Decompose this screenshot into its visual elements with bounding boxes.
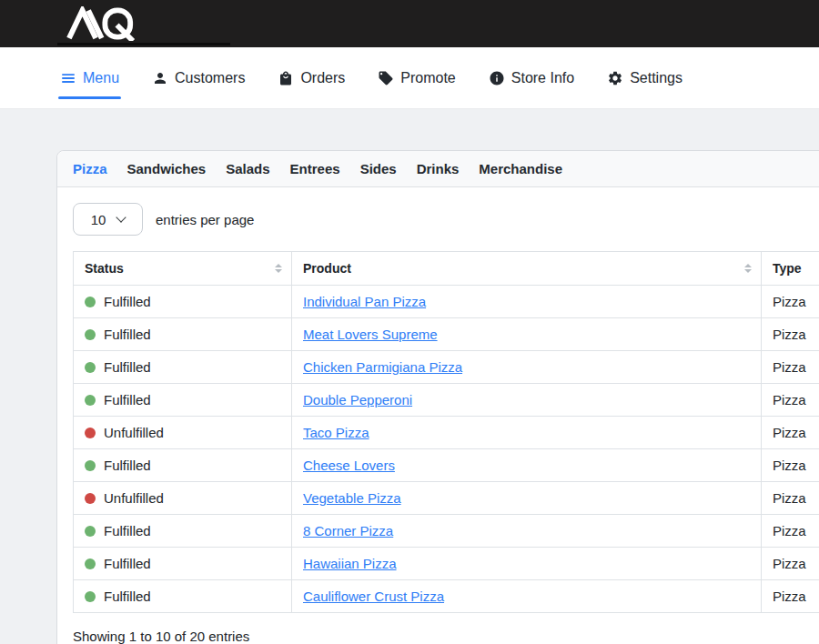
nav-item-store-info[interactable]: Store Info xyxy=(489,70,574,86)
status-label: Fulfilled xyxy=(104,359,151,375)
table-row: FulfilledCheese LoversPizza xyxy=(74,449,819,482)
status-label: Unfulfilled xyxy=(104,425,164,440)
product-cell: Hawaiian Pizza xyxy=(292,548,762,580)
type-cell: Pizza xyxy=(762,580,819,613)
logo-underline xyxy=(57,43,230,45)
nav-item-settings[interactable]: Settings xyxy=(607,70,682,86)
product-link[interactable]: Chicken Parmigiana Pizza xyxy=(303,359,462,375)
status-dot-icon xyxy=(85,493,96,504)
entries-select[interactable]: 10 xyxy=(73,203,143,236)
status-label: Fulfilled xyxy=(104,556,151,571)
nav-item-label: Promote xyxy=(400,70,455,86)
column-header-product[interactable]: Product xyxy=(292,252,762,286)
type-cell: Pizza xyxy=(762,351,819,384)
main-navbar: MenuCustomersOrdersPromoteStore InfoSett… xyxy=(0,47,819,109)
table-row: UnfulfilledTaco PizzaPizza xyxy=(74,417,819,449)
status-cell: Unfulfilled xyxy=(74,417,292,449)
status-cell: Fulfilled xyxy=(74,548,292,580)
aiq-logo-icon xyxy=(58,6,144,41)
product-cell: Individual Pan Pizza xyxy=(292,286,762,318)
active-nav-underline xyxy=(58,96,121,99)
tab-merchandise[interactable]: Merchandise xyxy=(479,161,562,176)
product-cell: Taco Pizza xyxy=(292,417,762,449)
nav-item-customers[interactable]: Customers xyxy=(152,70,245,86)
status-label: Fulfilled xyxy=(104,294,151,309)
person-icon xyxy=(152,70,168,86)
type-cell: Pizza xyxy=(762,482,819,515)
product-link[interactable]: Meat Lovers Supreme xyxy=(303,327,438,342)
brand-logo[interactable] xyxy=(58,6,144,41)
type-cell: Pizza xyxy=(762,449,819,482)
status-dot-icon xyxy=(85,362,96,373)
nav-item-label: Settings xyxy=(630,70,682,86)
status-cell: Fulfilled xyxy=(74,286,292,318)
info-icon xyxy=(489,70,505,86)
status-cell: Fulfilled xyxy=(74,351,292,384)
sort-arrows-icon[interactable] xyxy=(275,264,282,273)
entries-select-value: 10 xyxy=(91,212,106,227)
product-link[interactable]: Cheese Lovers xyxy=(303,458,395,473)
tab-sides[interactable]: Sides xyxy=(360,161,397,176)
type-cell: Pizza xyxy=(762,548,819,580)
tab-sandwiches[interactable]: Sandwiches xyxy=(127,161,207,176)
menu-card: PizzaSandwichesSaladsEntreesSidesDrinksM… xyxy=(56,150,819,644)
status-dot-icon xyxy=(85,297,96,307)
status-cell: Fulfilled xyxy=(74,580,292,613)
status-cell: Fulfilled xyxy=(74,515,292,548)
card-body: 10 entries per page StatusProductType Fu… xyxy=(57,187,819,644)
gear-icon xyxy=(607,70,623,86)
column-header-type[interactable]: Type xyxy=(762,252,819,286)
product-cell: Cauliflower Crust Pizza xyxy=(292,580,762,613)
column-label: Status xyxy=(85,261,124,276)
nav-item-label: Orders xyxy=(300,70,345,86)
status-label: Unfulfilled xyxy=(104,490,164,506)
product-cell: Meat Lovers Supreme xyxy=(292,318,762,351)
table-header-row: StatusProductType xyxy=(74,252,819,286)
table-row: FulfilledIndividual Pan PizzaPizza xyxy=(74,286,819,318)
bag-icon xyxy=(278,70,294,86)
product-cell: 8 Corner Pizza xyxy=(292,515,762,548)
nav-item-label: Store Info xyxy=(511,70,574,86)
type-cell: Pizza xyxy=(762,318,819,351)
table-info: Showing 1 to 10 of 20 entries xyxy=(73,629,819,644)
status-cell: Fulfilled xyxy=(74,449,292,482)
type-cell: Pizza xyxy=(762,417,819,449)
sort-arrows-icon[interactable] xyxy=(744,264,752,273)
status-cell: Fulfilled xyxy=(74,318,292,351)
column-label: Type xyxy=(773,261,802,276)
status-label: Fulfilled xyxy=(104,458,151,473)
category-tabs: PizzaSandwichesSaladsEntreesSidesDrinksM… xyxy=(57,151,819,187)
table-controls: 10 entries per page xyxy=(73,203,819,236)
type-cell: Pizza xyxy=(762,384,819,417)
column-header-status[interactable]: Status xyxy=(74,252,292,286)
product-link[interactable]: 8 Corner Pizza xyxy=(303,523,393,538)
table-row: FulfilledMeat Lovers SupremePizza xyxy=(74,318,819,351)
status-label: Fulfilled xyxy=(104,523,151,538)
product-link[interactable]: Cauliflower Crust Pizza xyxy=(303,589,444,604)
tab-pizza[interactable]: Pizza xyxy=(73,161,107,176)
hamburger-icon xyxy=(60,70,76,86)
product-link[interactable]: Taco Pizza xyxy=(303,425,369,440)
products-table: StatusProductType FulfilledIndividual Pa… xyxy=(73,251,819,613)
product-link[interactable]: Hawaiian Pizza xyxy=(303,556,397,571)
tag-icon xyxy=(378,70,394,86)
nav-item-orders[interactable]: Orders xyxy=(278,70,345,86)
nav-item-label: Customers xyxy=(175,70,245,86)
product-cell: Cheese Lovers xyxy=(292,449,762,482)
tab-drinks[interactable]: Drinks xyxy=(417,161,460,176)
product-link[interactable]: Individual Pan Pizza xyxy=(303,294,426,309)
product-link[interactable]: Vegetable Pizza xyxy=(303,490,401,506)
type-cell: Pizza xyxy=(762,286,819,318)
nav-item-label: Menu xyxy=(83,70,119,86)
type-cell: Pizza xyxy=(762,515,819,548)
nav-item-promote[interactable]: Promote xyxy=(378,70,455,86)
tab-entrees[interactable]: Entrees xyxy=(290,161,340,176)
chevron-down-icon xyxy=(116,212,126,222)
nav-item-menu[interactable]: Menu xyxy=(60,70,119,86)
status-dot-icon xyxy=(85,329,96,340)
tab-salads[interactable]: Salads xyxy=(226,161,269,176)
table-row: FulfilledCauliflower Crust PizzaPizza xyxy=(74,580,819,613)
table-row: FulfilledChicken Parmigiana PizzaPizza xyxy=(74,351,819,384)
status-label: Fulfilled xyxy=(104,392,151,408)
product-link[interactable]: Double Pepperoni xyxy=(303,392,412,408)
